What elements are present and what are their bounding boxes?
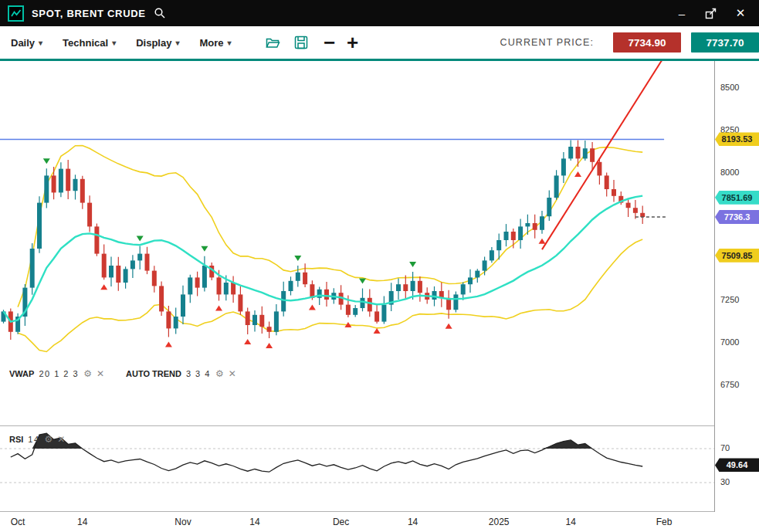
- technical-menu-label: Technical: [63, 37, 108, 49]
- time-axis-label: Nov: [175, 517, 191, 527]
- rsi-pane[interactable]: RSI 14 ⚙ ✕: [0, 425, 714, 512]
- timeframe-menu[interactable]: Daily ▾: [11, 37, 42, 49]
- auto-trend-remove-icon[interactable]: ✕: [229, 368, 236, 379]
- zoom-out-button[interactable]: −: [318, 32, 341, 53]
- time-axis-label: Oct: [11, 517, 25, 527]
- time-axis-label: 14: [77, 517, 87, 527]
- chevron-down-icon: ▾: [39, 39, 42, 47]
- minimize-button[interactable]: –: [671, 2, 693, 24]
- price-chart[interactable]: VWAP 20 1 2 3 ⚙ ✕ AUTO TREND 3 3 4 ⚙ ✕: [0, 61, 714, 413]
- auto-trend-label: AUTO TREND: [126, 369, 181, 378]
- search-icon[interactable]: [154, 7, 166, 19]
- more-menu-label: More: [199, 37, 223, 49]
- rsi-axis-label: 30: [720, 476, 730, 487]
- rsi-remove-icon[interactable]: ✕: [57, 434, 65, 445]
- ask-price-badge: 7737.70: [691, 32, 759, 53]
- chevron-down-icon: ▾: [228, 39, 232, 47]
- timeframe-menu-label: Daily: [11, 37, 35, 49]
- vwap-settings-icon[interactable]: ⚙: [83, 368, 92, 379]
- auto-trend-settings-icon[interactable]: ⚙: [215, 368, 224, 379]
- chevron-down-icon: ▾: [175, 39, 179, 47]
- rsi-value-badge: 49.64: [715, 458, 759, 472]
- rsi-label: RSI: [9, 435, 23, 444]
- open-folder-icon[interactable]: [263, 32, 284, 53]
- time-axis-label: Dec: [333, 517, 349, 527]
- vwap-remove-icon[interactable]: ✕: [97, 368, 104, 379]
- current-price-label: CURRENT PRICE:: [500, 37, 594, 48]
- vwap-params: 20 1 2 3: [39, 369, 79, 378]
- bid-price-badge: 7734.90: [613, 32, 681, 53]
- rsi-axis-label: 70: [720, 442, 730, 453]
- symbol-title: SPOT, BRENT CRUDE: [32, 8, 146, 19]
- price-axis-label: 6750: [720, 379, 739, 390]
- more-menu[interactable]: More ▾: [199, 37, 231, 49]
- price-badge: 8193.53: [715, 132, 759, 146]
- price-axis-label: 7250: [720, 294, 739, 305]
- price-chart-canvas[interactable]: [0, 61, 714, 413]
- app-logo-icon: [8, 5, 24, 22]
- indicator-legend: VWAP 20 1 2 3 ⚙ ✕ AUTO TREND 3 3 4 ⚙ ✕: [9, 368, 236, 379]
- price-badge: 7736.3: [715, 210, 759, 224]
- technical-menu[interactable]: Technical ▾: [63, 37, 116, 49]
- auto-trend-params: 3 3 4: [186, 369, 211, 378]
- display-menu[interactable]: Display ▾: [136, 37, 179, 49]
- rsi-settings-icon[interactable]: ⚙: [45, 434, 53, 445]
- close-button[interactable]: ✕: [730, 2, 751, 24]
- display-menu-label: Display: [136, 37, 171, 49]
- current-price-group: CURRENT PRICE: 7734.90 7737.70: [500, 32, 759, 53]
- time-axis-label: 14: [408, 517, 418, 527]
- price-axis-label: 8000: [720, 167, 739, 178]
- toolbar: Daily ▾ Technical ▾ Display ▾ More ▾ − +…: [0, 26, 759, 61]
- price-axis[interactable]: 850082508000775075007250700067508193.537…: [714, 61, 759, 512]
- price-axis-label: 8500: [720, 82, 739, 93]
- rsi-legend: RSI 14 ⚙ ✕: [9, 434, 65, 445]
- chart-area[interactable]: VWAP 20 1 2 3 ⚙ ✕ AUTO TREND 3 3 4 ⚙ ✕ R…: [0, 61, 714, 532]
- price-badge: 7851.69: [715, 191, 759, 205]
- time-axis-label: Feb: [656, 517, 673, 527]
- vwap-label: VWAP: [9, 369, 34, 378]
- rsi-params: 14: [28, 435, 39, 444]
- price-axis-label: 7000: [720, 337, 739, 347]
- titlebar: SPOT, BRENT CRUDE – ✕: [0, 0, 759, 26]
- price-badge: 7509.85: [715, 249, 759, 263]
- time-axis-label: 2025: [489, 517, 510, 527]
- zoom-in-button[interactable]: +: [341, 32, 364, 53]
- rsi-canvas[interactable]: [0, 426, 714, 511]
- time-axis-label: 14: [566, 517, 576, 527]
- time-axis[interactable]: Oct14Nov14Dec14202514Feb: [0, 512, 714, 532]
- time-axis-label: 14: [249, 517, 259, 527]
- save-icon[interactable]: [290, 32, 312, 53]
- popout-icon[interactable]: [700, 2, 722, 24]
- chart-workspace: VWAP 20 1 2 3 ⚙ ✕ AUTO TREND 3 3 4 ⚙ ✕ R…: [0, 61, 759, 532]
- chevron-down-icon: ▾: [112, 39, 116, 47]
